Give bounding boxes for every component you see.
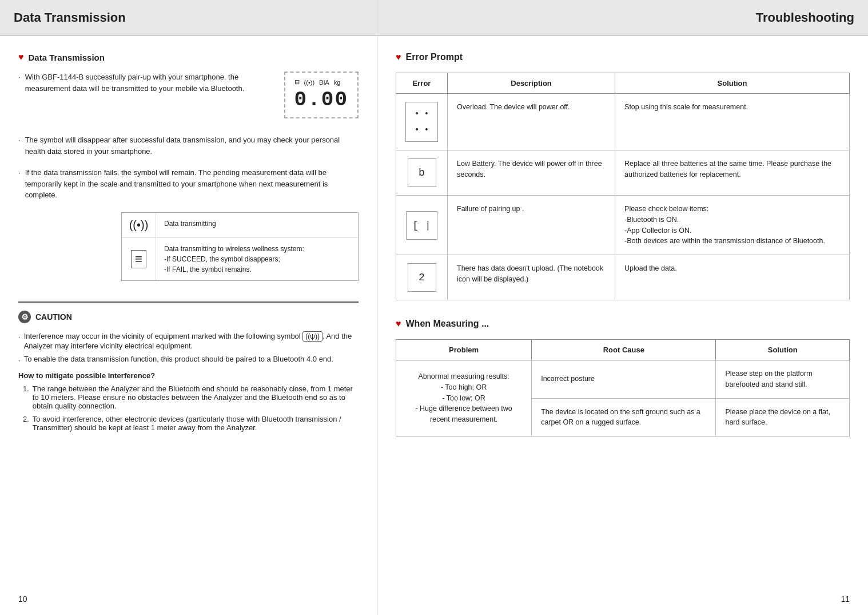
page-num-left: 10 bbox=[18, 594, 27, 604]
caution-title: ⚙ CAUTION bbox=[18, 311, 359, 323]
left-panel: Data Transmission ♥ Data Transmission ⊟ … bbox=[0, 0, 377, 615]
caution-section: ⚙ CAUTION · Interference may occur in th… bbox=[18, 301, 359, 432]
error-solution-cell: Upload the data. bbox=[615, 255, 850, 300]
measuring-table-row: Abnormal measuring results:- Too high; O… bbox=[396, 360, 850, 399]
bullet-text-2: The symbol will disappear after successf… bbox=[25, 134, 359, 157]
bullet-dot-2: · bbox=[18, 136, 21, 144]
error-icon-box: 2 bbox=[408, 263, 436, 292]
measuring-table-header-row: Problem Root Cause Solution bbox=[396, 340, 850, 360]
measuring-col-problem: Problem bbox=[396, 340, 532, 360]
error-icon-box: [ | bbox=[406, 211, 437, 240]
measuring-solution-cell: Please place the device on a flat, hard … bbox=[716, 398, 850, 437]
error-description-cell: Overload. The device will power off. bbox=[448, 94, 615, 150]
right-header: Troubleshooting bbox=[377, 0, 868, 36]
error-description-cell: Failure of pairing up . bbox=[448, 196, 615, 255]
bullet-item-2: · The symbol will disappear after succes… bbox=[18, 134, 359, 157]
bullet-dot-3: · bbox=[18, 168, 21, 177]
caution-bullet-1: · Interference may occur in the vicinity… bbox=[18, 331, 359, 350]
error-solution-cell: Replace all three batteries at the same … bbox=[615, 150, 850, 196]
bia-number: 0.00 bbox=[294, 88, 348, 112]
left-content: ♥ Data Transmission ⊟ ((•)) BIA kg 0.00 bbox=[0, 36, 377, 453]
error-solution-cell: Please check below items:-Bluetooth is O… bbox=[615, 196, 850, 255]
data-transmission-section-title: ♥ Data Transmission bbox=[18, 52, 359, 62]
sym-desc-2-line3: -If FAIL, the symbol remains. bbox=[164, 265, 252, 273]
bullet-item-3: · If the data transmission fails, the sy… bbox=[18, 167, 359, 201]
error-prompt-title: ♥ Error Prompt bbox=[396, 52, 850, 62]
wireless-transmit-icon: ((•)) bbox=[129, 219, 149, 232]
data-transmission-label: Data Transmission bbox=[29, 53, 105, 62]
bullet-text-3: If the data transmission fails, the symb… bbox=[25, 167, 359, 201]
num-2: 2. bbox=[23, 415, 29, 432]
sym-row-2: ≡ Data transmitting to wireless wellness… bbox=[122, 238, 358, 280]
error-table-header-row: Error Description Solution bbox=[396, 73, 850, 94]
bia-unit: kg bbox=[334, 79, 341, 86]
caution-sub-title: How to mitigate possible interference? bbox=[18, 371, 359, 380]
bullet-item-1: · With GBF-1144-B successfully pair-up w… bbox=[18, 72, 273, 94]
error-icon-box: • • • • bbox=[405, 102, 438, 142]
error-description-cell: There has data doesn't upload. (The note… bbox=[448, 255, 615, 300]
sym-desc-2-line1: Data transmitting to wireless wellness s… bbox=[164, 245, 304, 253]
error-description-cell: Low Battery. The device will power off i… bbox=[448, 150, 615, 196]
measuring-col-solution: Solution bbox=[716, 340, 850, 360]
numbered-item-1: 1. The range between the Analyzer and th… bbox=[18, 384, 359, 410]
error-col-description: Description bbox=[448, 73, 615, 94]
bia-wireless-icon: ((•)) bbox=[304, 79, 315, 86]
measuring-col-root-cause: Root Cause bbox=[532, 340, 716, 360]
heart-icon-error: ♥ bbox=[396, 52, 401, 62]
measuring-table: Problem Root Cause Solution Abnormal mea… bbox=[396, 339, 850, 437]
content-with-image: ⊟ ((•)) BIA kg 0.00 · With GBF-1144-B su… bbox=[18, 72, 359, 130]
error-table-row: bLow Battery. The device will power off … bbox=[396, 150, 850, 196]
error-prompt-label: Error Prompt bbox=[406, 52, 463, 62]
sym-icon-2: ≡ bbox=[122, 238, 156, 280]
caution-text-1: Interference may occur in the vicinity o… bbox=[24, 331, 359, 350]
error-icon-cell: 2 bbox=[396, 255, 448, 300]
sym-desc-1: Data transmitting bbox=[156, 213, 358, 237]
caution-text-2: To enable the data transmission function… bbox=[24, 355, 333, 364]
when-measuring-label: When Measuring ... bbox=[406, 319, 489, 329]
sym-desc-2: Data transmitting to wireless wellness s… bbox=[156, 238, 358, 280]
heart-icon: ♥ bbox=[18, 52, 24, 62]
right-title: Troubleshooting bbox=[756, 10, 854, 25]
caution-gear-icon: ⚙ bbox=[18, 311, 31, 323]
caution-label: CAUTION bbox=[35, 312, 72, 322]
error-table: Error Description Solution • • • •Overlo… bbox=[396, 73, 850, 300]
bullet-dot-1: · bbox=[18, 73, 21, 81]
right-panel: Troubleshooting ♥ Error Prompt Error Des… bbox=[377, 0, 868, 615]
bia-icon: ⊟ bbox=[294, 78, 300, 86]
num-1: 1. bbox=[23, 384, 29, 410]
numbered-text-2: To avoid interference, other electronic … bbox=[33, 415, 359, 432]
error-col-error: Error bbox=[396, 73, 448, 94]
sym-icon-1: ((•)) bbox=[122, 213, 156, 237]
caution-dot-1: · bbox=[18, 332, 21, 350]
caution-dot-2: · bbox=[18, 356, 21, 364]
error-table-row: [ |Failure of pairing up .Please check b… bbox=[396, 196, 850, 255]
measuring-root-cause-cell: The device is located on the soft ground… bbox=[532, 398, 716, 437]
symbols-table: ((•)) Data transmitting ≡ Data transmitt… bbox=[121, 212, 359, 281]
error-icon-cell: b bbox=[396, 150, 448, 196]
measuring-solution-cell: Please step on the platform barefooted a… bbox=[716, 360, 850, 399]
numbered-item-2: 2. To avoid interference, other electron… bbox=[18, 415, 359, 432]
error-icon-cell: • • • • bbox=[396, 94, 448, 150]
error-icon-cell: [ | bbox=[396, 196, 448, 255]
heart-icon-measuring: ♥ bbox=[396, 319, 401, 329]
left-header: Data Transmission bbox=[0, 0, 377, 36]
measuring-problem-cell: Abnormal measuring results:- Too high; O… bbox=[396, 360, 532, 437]
numbered-text-1: The range between the Analyzer and the B… bbox=[33, 384, 359, 410]
sym-desc-2-line2: -If SUCCEED, the symbol disappears; bbox=[164, 255, 280, 263]
error-col-solution: Solution bbox=[615, 73, 850, 94]
bia-display: ⊟ ((•)) BIA kg 0.00 bbox=[284, 72, 359, 118]
left-title: Data Transmission bbox=[14, 10, 126, 25]
error-solution-cell: Stop using this scale for measurement. bbox=[615, 94, 850, 150]
data-store-icon: ≡ bbox=[131, 250, 146, 268]
measuring-root-cause-cell: Incorrect posture bbox=[532, 360, 716, 399]
caution-bullet-2: · To enable the data transmission functi… bbox=[18, 355, 359, 364]
page-wrapper: Data Transmission ♥ Data Transmission ⊟ … bbox=[0, 0, 868, 615]
page-num-right: 11 bbox=[841, 594, 850, 604]
error-table-row: 2There has data doesn't upload. (The not… bbox=[396, 255, 850, 300]
error-table-row: • • • •Overload. The device will power o… bbox=[396, 94, 850, 150]
right-content: ♥ Error Prompt Error Description Solutio… bbox=[377, 36, 868, 453]
bia-label: BIA bbox=[319, 79, 329, 86]
bia-top-row: ⊟ ((•)) BIA kg bbox=[294, 78, 348, 86]
wireless-caution-sym: ((ψ)) bbox=[302, 331, 322, 342]
error-icon-box: b bbox=[408, 158, 436, 187]
